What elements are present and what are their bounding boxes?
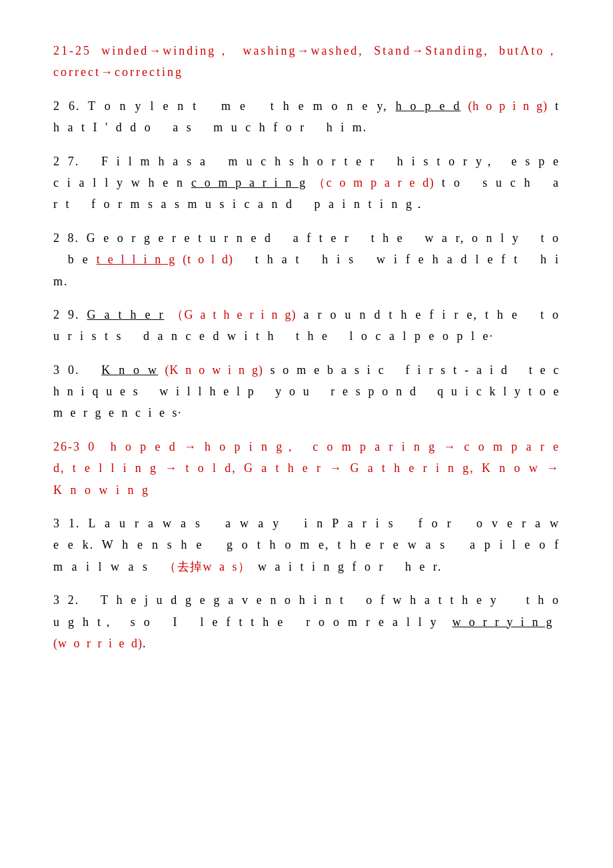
answer-line-26-30: 26-3 0 h o p e d → h o p i n g， c o m p … [53,436,560,501]
sentence-32: 3 2. T h e j u d g e g a v e n o h i n t… [53,589,560,654]
sentence-30: 3 0. K n o w (K n o w i n g) s o m e b a… [53,359,560,424]
answer-line-21-25: 21-25 winded→winding， washing→washed, St… [53,40,560,83]
sentence-29: 2 9. G a t h e r （G a t h e r i n g) a r… [53,304,560,347]
document-content: 21-25 winded→winding， washing→washed, St… [53,40,560,654]
sentence-26: 2 6. T o n y l e n t m e t h e m o n e y… [53,95,560,139]
sentence-27: 2 7. F i l m h a s a m u c h s h o r t e… [53,151,560,215]
sentence-28: 2 8. G e o r g e r e t u r n e d a f t e… [53,227,560,292]
sentence-31: 3 1. L a u r a w a s a w a y i n P a r i… [53,513,560,577]
